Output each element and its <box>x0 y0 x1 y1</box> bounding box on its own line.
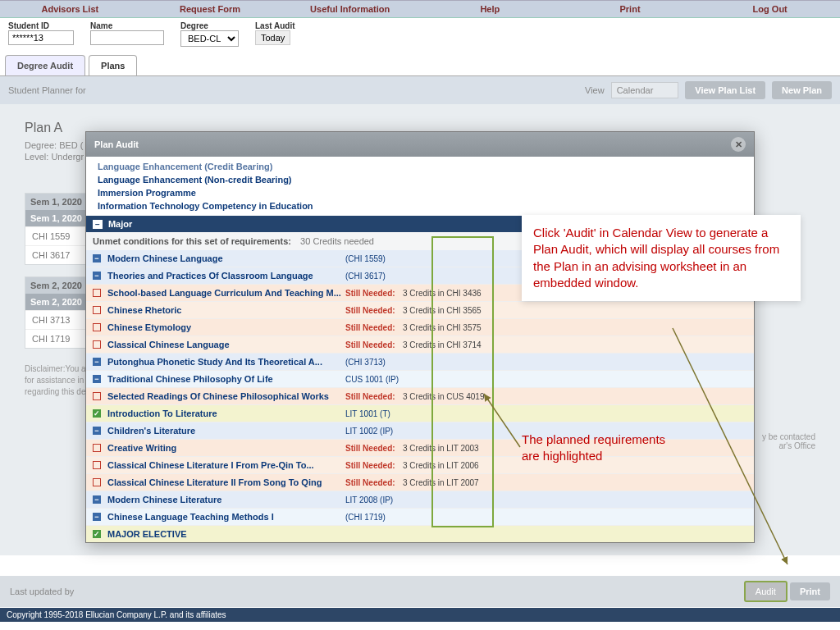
course-name[interactable]: Creative Writing <box>107 443 345 453</box>
requirement-row: ✓MAJOR ELECTIVE <box>86 526 754 542</box>
course-name[interactable]: Introduction To Literature <box>107 409 345 418</box>
course-code[interactable]: CUS 1001 (IP) <box>345 375 403 384</box>
collapse-icon[interactable]: − <box>93 254 101 262</box>
course-name[interactable]: Traditional Chinese Philosophy Of Life <box>107 374 345 384</box>
disc-tail2: ar's Office <box>778 441 815 450</box>
new-plan-button[interactable]: New Plan <box>772 81 832 99</box>
view-plan-list-button[interactable]: View Plan List <box>685 81 765 99</box>
requirement-row: −Modern Chinese LiteratureLIT 2008 (IP) <box>86 491 754 509</box>
course-code[interactable]: LIT 2008 (IP) <box>345 495 403 504</box>
still-needed-label: Still Needed: <box>345 340 403 349</box>
nav-request[interactable]: Request Form <box>140 0 281 18</box>
link-immersion[interactable]: Immersion Programme <box>86 186 754 199</box>
still-needed-label: Still Needed: <box>345 444 403 453</box>
copyright: Copyright 1995-2018 Ellucian Company L.P… <box>0 608 840 622</box>
degree-select[interactable]: BED-CL <box>180 30 239 47</box>
footer-bar: Last updated by Audit Print <box>0 576 840 607</box>
last-audit-label: Last Audit <box>255 21 295 30</box>
nav-logout[interactable]: Log Out <box>700 0 840 18</box>
name-group: Name <box>90 21 164 47</box>
link-it-comp[interactable]: Information Technology Competency in Edu… <box>86 199 754 212</box>
course-name[interactable]: School-based Language Curriculum And Tea… <box>107 288 345 298</box>
empty-box-icon <box>93 444 101 452</box>
name-input[interactable] <box>90 30 164 45</box>
degree-group: Degree BED-CL <box>180 21 239 47</box>
link-lang-credit[interactable]: Language Enhancement (Credit Bearing) <box>86 160 754 173</box>
print-button[interactable]: Print <box>790 582 830 600</box>
still-needed-label: Still Needed: <box>345 306 403 315</box>
still-needed-label: Still Needed: <box>345 461 403 470</box>
course-name[interactable]: Putonghua Phonetic Study And Its Theoret… <box>107 357 345 367</box>
planner-prefix: Student Planner for <box>8 85 86 95</box>
course-name[interactable]: Classical Chinese Literature II From Son… <box>107 477 345 487</box>
view-label: View <box>585 85 605 95</box>
still-needed-label: Still Needed: <box>345 323 403 332</box>
credits-needed: 30 Credits needed <box>300 236 374 246</box>
nav-print[interactable]: Print <box>560 0 701 18</box>
course-name[interactable]: Classical Chinese Language <box>107 340 345 349</box>
empty-box-icon <box>93 289 101 297</box>
requirement-detail: 3 Credits in CHI 3565 <box>403 306 747 315</box>
tab-degree-audit[interactable]: Degree Audit <box>5 55 85 75</box>
degree-label: Degree <box>180 21 239 30</box>
check-icon: ✓ <box>93 530 101 538</box>
still-needed-label: Still Needed: <box>345 289 403 298</box>
view-select[interactable]: Calendar <box>611 82 679 98</box>
modal-title: Plan Audit <box>94 139 139 149</box>
disc-tail1: y be contacted <box>762 432 815 441</box>
collapse-icon[interactable]: − <box>93 272 101 280</box>
requirement-row: Selected Readings Of Chinese Philosophic… <box>86 388 754 405</box>
modal-header: Plan Audit ✕ <box>86 132 754 157</box>
course-code[interactable]: LIT 1002 (IP) <box>345 427 403 436</box>
course-name[interactable]: Classical Chinese Literature I From Pre-… <box>107 460 345 470</box>
annotation-highlighted: The planned requirements are highlighted <box>522 431 686 463</box>
nav-advisors[interactable]: Advisors List <box>0 0 140 18</box>
course-name[interactable]: Modern Chinese Literature <box>107 495 345 504</box>
tab-plans[interactable]: Plans <box>89 55 137 75</box>
course-code[interactable]: (CHI 3617) <box>345 272 403 281</box>
student-id-label: Student ID <box>8 21 74 30</box>
search-row: Student ID Name Degree BED-CL Last Audit… <box>0 18 840 50</box>
requirement-detail: 3 Credits in CUS 4019 <box>403 392 747 401</box>
requirement-row: Classical Chinese LanguageStill Needed:3… <box>86 336 754 354</box>
course-name[interactable]: Chinese Etymology <box>107 322 345 332</box>
course-code[interactable]: (CHI 3713) <box>345 358 403 367</box>
empty-box-icon <box>93 306 101 314</box>
course-code[interactable]: (CHI 1559) <box>345 254 403 263</box>
expand-icon[interactable]: − <box>93 220 103 229</box>
course-code[interactable]: (CHI 1719) <box>345 513 403 522</box>
course-name[interactable]: Chinese Language Teaching Methods I <box>107 512 345 522</box>
requirement-row: Chinese RhetoricStill Needed:3 Credits i… <box>86 302 754 319</box>
last-updated: Last updated by <box>10 587 74 596</box>
unmet-text: Unmet conditions for this set of require… <box>93 236 291 246</box>
student-id-group: Student ID <box>8 21 74 47</box>
collapse-icon[interactable]: − <box>93 427 101 435</box>
requirement-detail: 3 Credits in CHI 3714 <box>403 340 747 349</box>
disc-1: Disclaimer:You ar <box>25 364 89 373</box>
major-label: Major <box>108 219 132 229</box>
nav-help[interactable]: Help <box>420 0 560 18</box>
course-name[interactable]: MAJOR ELECTIVE <box>107 529 345 539</box>
requirement-row: ✓Introduction To LiteratureLIT 1001 (T) <box>86 405 754 422</box>
course-code[interactable]: LIT 1001 (T) <box>345 409 403 418</box>
still-needed-label: Still Needed: <box>345 478 403 487</box>
course-name[interactable]: Modern Chinese Language <box>107 253 345 263</box>
student-id-input[interactable] <box>8 30 74 45</box>
course-name[interactable]: Theories and Practices Of Classroom Lang… <box>107 271 345 281</box>
audit-button[interactable]: Audit <box>744 581 788 602</box>
link-lang-noncredit[interactable]: Language Enhancement (Non-credit Bearing… <box>86 173 754 186</box>
planner-bar: Student Planner for View Calendar View P… <box>0 76 840 104</box>
empty-box-icon <box>93 461 101 469</box>
collapse-icon[interactable]: − <box>93 495 101 504</box>
disc-right: y be contacted ar's Office <box>762 432 815 450</box>
collapse-icon[interactable]: − <box>93 358 101 366</box>
course-name[interactable]: Selected Readings Of Chinese Philosophic… <box>107 391 345 401</box>
course-name[interactable]: Children's Literature <box>107 426 345 436</box>
requirement-row: Chinese EtymologyStill Needed:3 Credits … <box>86 319 754 336</box>
collapse-icon[interactable]: − <box>93 375 101 383</box>
nav-useful[interactable]: Useful Information <box>280 0 420 18</box>
course-name[interactable]: Chinese Rhetoric <box>107 305 345 315</box>
still-needed-label: Still Needed: <box>345 392 403 401</box>
close-icon[interactable]: ✕ <box>731 137 746 152</box>
collapse-icon[interactable]: − <box>93 513 101 521</box>
